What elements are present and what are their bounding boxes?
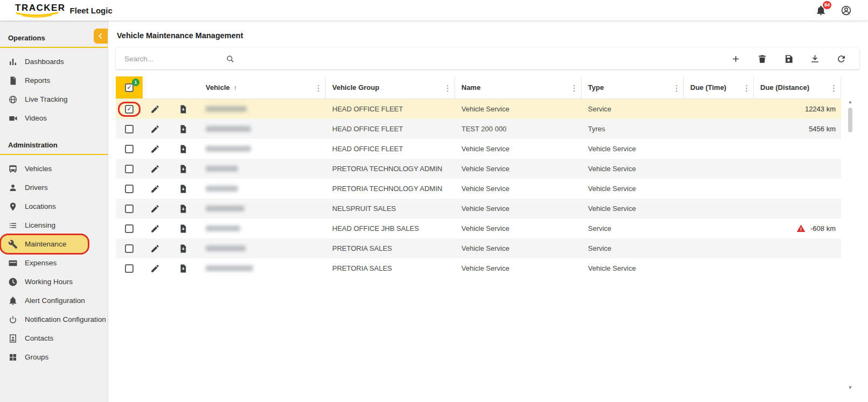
edit-row-button[interactable] bbox=[150, 204, 160, 214]
log-cell bbox=[170, 218, 199, 238]
sidebar-item-expenses[interactable]: Expenses bbox=[0, 253, 108, 272]
table-header-row: ✓ 1 Vehicle↑⋮Vehicle Group⋮Name⋮Type⋮Due… bbox=[116, 76, 841, 99]
type-cell: Vehicle Service bbox=[582, 159, 684, 179]
log-cell bbox=[170, 258, 199, 278]
table-row[interactable]: PRETORIA SALESVehicle ServiceService bbox=[116, 238, 841, 258]
edit-row-button[interactable] bbox=[150, 144, 160, 154]
service-log-button[interactable] bbox=[178, 184, 188, 194]
service-log-button[interactable] bbox=[178, 124, 188, 134]
table-row[interactable]: PRETORIA TECHNOLOGY ADMINVehicle Service… bbox=[116, 179, 841, 199]
edit-row-button[interactable] bbox=[150, 224, 160, 234]
column-menu-icon[interactable]: ⋮ bbox=[444, 83, 452, 91]
sidebar-item-licensing[interactable]: Licensing bbox=[0, 216, 108, 235]
refresh-button[interactable] bbox=[836, 54, 846, 64]
sidebar-item-groups[interactable]: Groups bbox=[0, 348, 108, 366]
service-log-button[interactable] bbox=[178, 224, 188, 234]
account-button[interactable] bbox=[841, 5, 852, 16]
column-label: Vehicle Group bbox=[332, 83, 379, 91]
table-row[interactable]: NELSPRUIT SALESVehicle ServiceVehicle Se… bbox=[116, 199, 841, 218]
sidebar-item-reports[interactable]: Reports bbox=[0, 71, 108, 90]
save-button[interactable] bbox=[783, 54, 794, 64]
sidebar-nav: OperationsDashboardsReportsLive Tracking… bbox=[0, 34, 108, 366]
service-log-button[interactable] bbox=[178, 244, 188, 253]
dashboard-icon bbox=[8, 57, 18, 67]
column-menu-icon[interactable]: ⋮ bbox=[570, 83, 578, 91]
delete-button[interactable] bbox=[757, 54, 767, 64]
column-menu-icon[interactable]: ⋮ bbox=[673, 83, 681, 91]
column-header-due_time[interactable]: Due (Time)⋮ bbox=[684, 76, 754, 98]
edit-row-button[interactable] bbox=[150, 104, 160, 114]
sidebar-collapse-button[interactable] bbox=[94, 29, 108, 44]
add-button[interactable] bbox=[731, 54, 741, 64]
column-menu-icon[interactable]: ⋮ bbox=[830, 83, 838, 91]
column-menu-icon[interactable]: ⋮ bbox=[314, 83, 323, 91]
row-checkbox[interactable] bbox=[125, 165, 134, 173]
service-log-button[interactable] bbox=[178, 104, 188, 114]
row-checkbox[interactable] bbox=[125, 185, 134, 193]
column-header-vehicle_group[interactable]: Vehicle Group⋮ bbox=[326, 76, 455, 98]
select-all-header[interactable]: ✓ 1 bbox=[116, 76, 143, 98]
sidebar-item-dashboards[interactable]: Dashboards bbox=[0, 52, 108, 71]
edit-cell bbox=[143, 238, 170, 258]
due-time-cell bbox=[684, 199, 754, 218]
sidebar-item-videos[interactable]: Videos bbox=[0, 109, 108, 128]
sidebar-item-notification-configuration[interactable]: Notification Configuration bbox=[0, 310, 108, 329]
sidebar-item-alert-configuration[interactable]: Alert Configuration bbox=[0, 291, 108, 310]
sidebar-item-label: Alert Configuration bbox=[25, 297, 85, 305]
row-checkbox[interactable]: ✓ bbox=[125, 105, 134, 114]
column-header-due_distance[interactable]: Due (Distance)⋮ bbox=[754, 76, 841, 98]
sidebar-item-maintenance[interactable]: Maintenance bbox=[0, 235, 88, 253]
type-cell: Service bbox=[582, 238, 684, 258]
service-log-button[interactable] bbox=[178, 264, 188, 273]
service-log-button[interactable] bbox=[178, 204, 188, 214]
sidebar-item-vehicles[interactable]: Vehicles bbox=[0, 159, 108, 178]
table-row[interactable]: ✓HEAD OFFICE FLEETVehicle ServiceService… bbox=[116, 99, 841, 119]
type-cell: Vehicle Service bbox=[582, 179, 684, 199]
checkbox-cell: ✓ bbox=[116, 99, 143, 119]
edit-row-button[interactable] bbox=[150, 164, 160, 174]
edit-row-button[interactable] bbox=[150, 124, 160, 134]
edit-row-button[interactable] bbox=[150, 184, 160, 194]
table-scrollbar[interactable]: ▲ ▼ bbox=[846, 99, 854, 390]
row-checkbox[interactable] bbox=[125, 224, 134, 233]
edit-row-button[interactable] bbox=[150, 264, 160, 273]
sidebar-item-label: Videos bbox=[25, 114, 47, 122]
sidebar-item-label: Locations bbox=[25, 202, 56, 210]
vehicle-group-cell: HEAD OFFICE JHB SALES bbox=[326, 218, 455, 238]
sidebar-item-live-tracking[interactable]: Live Tracking bbox=[0, 90, 108, 109]
column-menu-icon[interactable]: ⋮ bbox=[743, 83, 751, 91]
sidebar-item-working-hours[interactable]: Working Hours bbox=[0, 272, 108, 291]
download-button[interactable] bbox=[810, 54, 820, 64]
table-row[interactable]: HEAD OFFICE FLEETTEST 200 000Tyres5456 k… bbox=[116, 119, 841, 139]
plus-icon bbox=[731, 54, 741, 64]
table-row[interactable]: PRETORIA SALESVehicle ServiceVehicle Ser… bbox=[116, 258, 841, 278]
row-checkbox[interactable] bbox=[125, 244, 134, 253]
due-time-cell bbox=[684, 119, 754, 139]
table-row[interactable]: HEAD OFFICE JHB SALESVehicle ServiceServ… bbox=[116, 218, 841, 238]
search-icon[interactable] bbox=[226, 54, 235, 64]
row-checkbox[interactable] bbox=[125, 145, 134, 153]
scroll-down-icon[interactable]: ▼ bbox=[848, 385, 853, 390]
scroll-up-icon[interactable]: ▲ bbox=[848, 99, 853, 104]
service-log-button[interactable] bbox=[178, 164, 188, 174]
search-input[interactable] bbox=[124, 55, 220, 63]
sidebar-item-contacts[interactable]: Contacts bbox=[0, 329, 108, 348]
column-header-type[interactable]: Type⋮ bbox=[582, 76, 684, 98]
column-header-vehicle[interactable]: Vehicle↑⋮ bbox=[199, 76, 326, 98]
notifications-button[interactable]: 84 bbox=[815, 5, 827, 16]
vehicle-cell bbox=[199, 258, 326, 278]
vehicle-redacted bbox=[206, 265, 253, 271]
table-row[interactable]: HEAD OFFICE FLEETVehicle ServiceVehicle … bbox=[116, 139, 841, 159]
sidebar-item-locations[interactable]: Locations bbox=[0, 197, 108, 216]
row-checkbox[interactable] bbox=[125, 125, 134, 133]
scroll-thumb[interactable] bbox=[848, 108, 852, 132]
table-row[interactable]: PRETORIA TECHNOLOGY ADMINVehicle Service… bbox=[116, 159, 841, 179]
sidebar-item-drivers[interactable]: Drivers bbox=[0, 178, 108, 197]
service-log-button[interactable] bbox=[178, 144, 188, 154]
edit-row-button[interactable] bbox=[150, 244, 160, 253]
vehicle-cell bbox=[199, 199, 326, 218]
notification-badge: 84 bbox=[823, 1, 831, 9]
column-header-name[interactable]: Name⋮ bbox=[455, 76, 582, 98]
row-checkbox[interactable] bbox=[125, 204, 134, 213]
row-checkbox[interactable] bbox=[125, 264, 134, 273]
